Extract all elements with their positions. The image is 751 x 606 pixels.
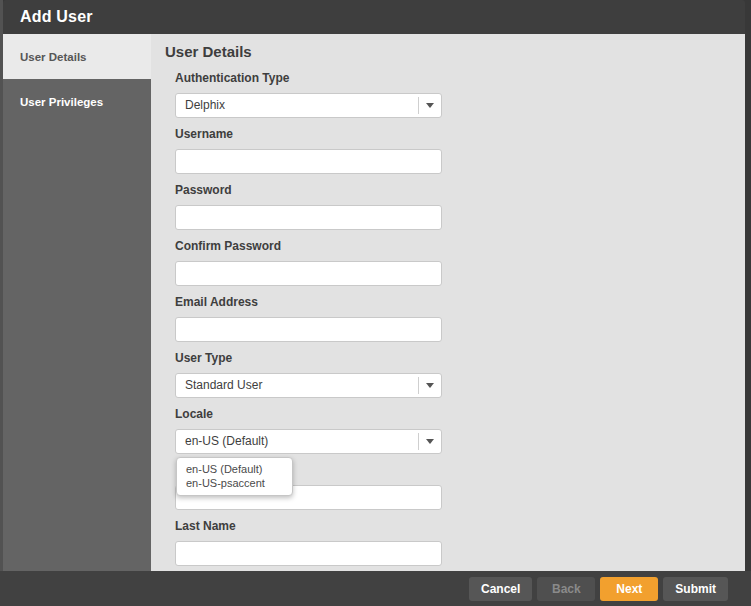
sidebar-item-label: User Details [20,51,86,63]
username-field[interactable] [175,149,442,174]
password-group: Password [175,183,442,230]
chevron-down-icon [418,97,441,114]
email-address-label: Email Address [175,295,442,309]
password-field[interactable] [175,205,442,230]
authentication-type-group: Authentication Type Delphix [175,71,442,118]
sidebar-item-user-details[interactable]: User Details [3,34,151,79]
dialog-footer: Cancel Back Next Submit [0,571,751,606]
user-type-label: User Type [175,351,442,365]
sidebar-item-label: User Privileges [20,96,103,108]
content-panel: User Details Authentication Type Delphix… [151,34,745,571]
confirm-password-label: Confirm Password [175,239,442,253]
chevron-down-icon [418,433,441,450]
last-name-label: Last Name [175,519,442,533]
sidebar-item-user-privileges[interactable]: User Privileges [3,79,151,124]
page-title: User Details [165,43,745,61]
username-label: Username [175,127,442,141]
dialog-title: Add User [3,8,93,26]
confirm-password-field[interactable] [175,261,442,286]
add-user-dialog: Add User User Details User Privileges Us… [0,0,751,606]
authentication-type-value: Delphix [176,94,418,117]
last-name-field[interactable] [175,541,442,566]
authentication-type-select[interactable]: Delphix [175,93,442,118]
locale-group: Locale en-US (Default) en-US (Default) e… [175,407,442,454]
confirm-password-group: Confirm Password [175,239,442,286]
locale-select[interactable]: en-US (Default) [175,429,442,454]
chevron-down-icon [418,377,441,394]
submit-button[interactable]: Submit [663,577,728,601]
email-field[interactable] [175,317,442,342]
back-button[interactable]: Back [537,577,595,601]
last-name-group: Last Name [175,519,442,566]
password-label: Password [175,183,442,197]
user-details-form: Authentication Type Delphix Username Pas… [175,71,442,566]
email-address-group: Email Address [175,295,442,342]
authentication-type-label: Authentication Type [175,71,442,85]
dialog-header: Add User [3,0,745,34]
cancel-button[interactable]: Cancel [469,577,532,601]
locale-option-en-us-default[interactable]: en-US (Default) [177,462,292,476]
user-type-group: User Type Standard User [175,351,442,398]
user-type-value: Standard User [176,374,418,397]
locale-option-en-us-psaccent[interactable]: en-US-psaccent [177,476,292,490]
sidebar: User Details User Privileges [3,34,151,571]
next-button[interactable]: Next [600,577,658,601]
user-type-select[interactable]: Standard User [175,373,442,398]
username-group: Username [175,127,442,174]
locale-label: Locale [175,407,442,421]
locale-value: en-US (Default) [176,430,418,453]
locale-dropdown-menu: en-US (Default) en-US-psaccent [176,457,293,496]
